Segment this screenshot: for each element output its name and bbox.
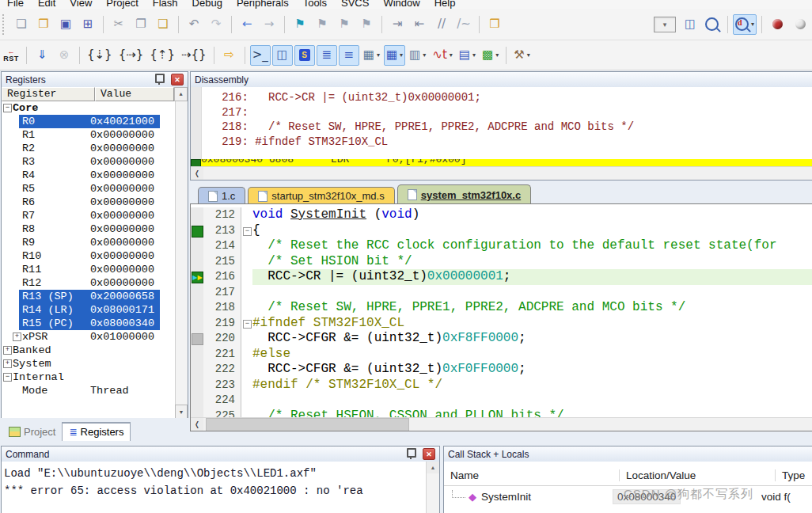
- breakpoint-margin[interactable]: [191, 362, 203, 378]
- command-scrollbar[interactable]: ▲: [426, 462, 439, 513]
- disassembly-window-button[interactable]: ◫: [272, 45, 293, 66]
- menu-project[interactable]: Project: [99, 0, 145, 9]
- watch-window-button[interactable]: ▦▾: [361, 45, 382, 66]
- breakpoint-margin[interactable]: [191, 316, 203, 332]
- tab-startup-stm32f10x-md-s[interactable]: startup_stm32f10x_md.s: [248, 187, 394, 204]
- register-row[interactable]: R70x00000000: [2, 209, 176, 222]
- new-file-button[interactable]: ❏: [11, 14, 32, 35]
- pin-icon[interactable]: [407, 448, 416, 458]
- tab-project[interactable]: Project: [2, 424, 62, 441]
- step-out-button[interactable]: {⇡}: [147, 45, 177, 66]
- fold-collapse-icon[interactable]: −: [243, 227, 252, 236]
- uncomment-selection-button[interactable]: /~: [453, 14, 474, 35]
- find-in-files-button[interactable]: ◫: [680, 14, 700, 35]
- breakpoint-margin[interactable]: [191, 207, 203, 223]
- breakpoint-margin[interactable]: ▶▶: [191, 269, 203, 285]
- cut-button[interactable]: ✂: [108, 14, 129, 35]
- configure-tools-button[interactable]: ❒: [484, 14, 505, 35]
- save-button[interactable]: ▣: [55, 14, 76, 35]
- breakpoint-margin[interactable]: [191, 285, 203, 301]
- tab-registers[interactable]: ≣ Registers: [62, 422, 131, 441]
- scroll-up-arrow-icon[interactable]: ▲: [427, 462, 439, 473]
- previous-bookmark-button[interactable]: ⚑: [334, 14, 355, 35]
- register-row[interactable]: ModeThread: [2, 384, 176, 397]
- analysis-window-button[interactable]: ∿t▾: [430, 45, 454, 66]
- disassembly-hscrollbar[interactable]: ❬: [191, 166, 812, 180]
- pin-icon[interactable]: [155, 74, 165, 83]
- disassembly-content[interactable]: 216: RCC->CR |= (uint32_t)0x00000001; 21…: [191, 87, 812, 167]
- outdent-button[interactable]: ⇤: [409, 14, 430, 35]
- fold-column[interactable]: −: [241, 316, 252, 332]
- navigate-back-button[interactable]: ←: [237, 14, 257, 35]
- system-viewer-window-button[interactable]: ▩▾: [480, 45, 501, 66]
- code-editor[interactable]: 212void SystemInit (void)213−{214 /* Res…: [190, 203, 812, 431]
- menu-help[interactable]: Help: [427, 0, 463, 9]
- fold-collapse-icon[interactable]: −: [243, 320, 252, 329]
- editor-hscrollbar[interactable]: ❬: [191, 417, 812, 431]
- register-row[interactable]: +xPSR0x01000000: [2, 330, 176, 344]
- options-combo[interactable]: ▾: [654, 17, 676, 32]
- find-button[interactable]: [702, 14, 723, 35]
- close-icon[interactable]: [423, 448, 435, 460]
- register-row[interactable]: R120x00000000: [2, 276, 176, 290]
- tab-system-stm32f10x-c[interactable]: system_stm32f10x.c: [397, 184, 531, 204]
- next-bookmark-button[interactable]: ⚑: [312, 14, 332, 35]
- registers-tree[interactable]: −CoreR00x40021000R10x00000000R20x0000000…: [2, 101, 176, 419]
- register-row[interactable]: R14 (LR)0x08000171: [2, 303, 176, 317]
- register-row[interactable]: R10x00000000: [2, 128, 176, 142]
- memory-window-button[interactable]: ▦▾: [384, 45, 405, 66]
- step-over-button[interactable]: {⇢}: [116, 45, 146, 66]
- menu-flash[interactable]: Flash: [146, 0, 185, 9]
- paste-button[interactable]: ❑: [153, 14, 173, 35]
- clear-bookmarks-button[interactable]: ⚑: [356, 14, 377, 35]
- menu-file[interactable]: File: [0, 0, 31, 9]
- registers-scrollbar[interactable]: ▼: [175, 101, 188, 419]
- register-row[interactable]: R100x00000000: [2, 249, 176, 263]
- collapse-icon[interactable]: −: [3, 104, 12, 112]
- register-row[interactable]: +Banked: [2, 344, 176, 357]
- breakpoint-margin[interactable]: [191, 393, 203, 408]
- trace-window-button[interactable]: ▤▾: [457, 45, 478, 66]
- fold-column[interactable]: −: [241, 223, 252, 239]
- register-row[interactable]: R90x00000000: [2, 236, 176, 249]
- reset-cpu-button[interactable]: ←RST: [1, 45, 21, 66]
- register-row[interactable]: R60x00000000: [2, 196, 176, 209]
- scrollbar-thumb[interactable]: [206, 418, 409, 431]
- menu-peripherals[interactable]: Peripherals: [230, 0, 296, 9]
- register-row[interactable]: R13 (SP)0x20000658: [2, 290, 176, 303]
- expand-icon[interactable]: +: [3, 359, 12, 368]
- save-all-button[interactable]: ⊞: [78, 14, 98, 35]
- enable-disable-breakpoint-icon[interactable]: [795, 19, 806, 29]
- register-row[interactable]: R00x40021000: [2, 115, 176, 128]
- register-row[interactable]: R20x00000000: [2, 142, 176, 155]
- indent-button[interactable]: ⇥: [387, 14, 408, 35]
- register-row[interactable]: R80x00000000: [2, 222, 176, 236]
- stop-button[interactable]: ⊗: [54, 45, 74, 66]
- breakpoint-margin[interactable]: [191, 378, 203, 393]
- register-row[interactable]: R110x00000000: [2, 263, 176, 276]
- menu-svcs[interactable]: SVCS: [334, 0, 376, 9]
- lookup-word-button[interactable]: d▾: [733, 14, 757, 35]
- register-row[interactable]: R15 (PC)0x08000340: [2, 317, 176, 330]
- menu-view[interactable]: View: [63, 0, 99, 9]
- scroll-up-arrow-icon[interactable]: ▲: [174, 87, 188, 101]
- debug-toolbox-button[interactable]: ⚒▾: [511, 45, 532, 66]
- register-row[interactable]: −Core: [2, 101, 176, 115]
- comment-selection-button[interactable]: //: [431, 14, 452, 35]
- breakpoint-margin[interactable]: [191, 300, 203, 316]
- navigate-forward-button[interactable]: →: [259, 14, 279, 35]
- breakpoint-margin[interactable]: [191, 238, 203, 254]
- breakpoint-margin[interactable]: [191, 254, 203, 270]
- show-next-statement-button[interactable]: ⇨: [219, 45, 240, 66]
- menu-tools[interactable]: Tools: [296, 0, 334, 9]
- register-row[interactable]: +System: [2, 357, 176, 370]
- expand-icon[interactable]: +: [3, 346, 12, 355]
- step-into-button[interactable]: {⇣}: [85, 45, 115, 66]
- register-row[interactable]: R40x00000000: [2, 169, 176, 182]
- command-output[interactable]: Load "E:\\ubuntuzuoye\\deng\\Objects\\LE…: [2, 462, 427, 513]
- call-stack-window-button[interactable]: ≡: [339, 45, 359, 66]
- redo-button[interactable]: ↷: [206, 14, 226, 35]
- scroll-down-arrow-icon[interactable]: ▼: [175, 405, 188, 419]
- run-button[interactable]: ⇓: [32, 45, 52, 66]
- scroll-left-arrow-icon[interactable]: ❬: [191, 167, 203, 180]
